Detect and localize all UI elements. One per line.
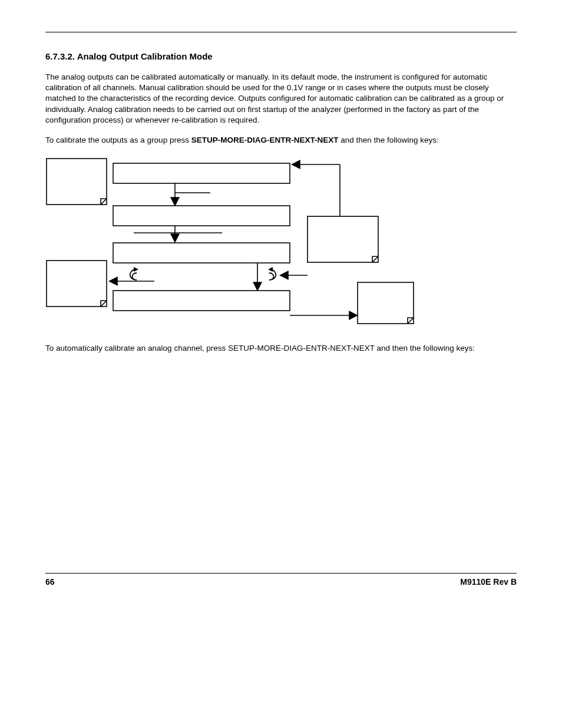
svg-rect-11: [47, 261, 107, 307]
section-title: Analog Output Calibration Mode: [77, 51, 213, 61]
svg-rect-14: [113, 291, 290, 311]
svg-rect-0: [47, 159, 107, 205]
page-number: 66: [45, 577, 55, 587]
doc-rev: M9110E Rev B: [460, 577, 517, 587]
svg-rect-9: [113, 243, 290, 263]
body-paragraph-3: To automatically calibrate an analog cha…: [45, 343, 517, 354]
body-paragraph-1: The analog outputs can be calibrated aut…: [45, 72, 517, 126]
svg-rect-5: [113, 206, 290, 226]
para2-bold: SETUP-MORE-DIAG-ENTR-NEXT-NEXT: [191, 136, 339, 144]
svg-rect-6: [308, 216, 378, 262]
section-number: 6.7.3.2.: [45, 51, 75, 61]
svg-rect-1: [113, 163, 290, 183]
svg-rect-15: [358, 282, 414, 324]
flow-diagram: [45, 157, 422, 328]
para2-pre: To calibrate the outputs as a group pres…: [45, 136, 191, 144]
section-heading: 6.7.3.2. Analog Output Calibration Mode: [45, 51, 517, 61]
para2-post: and then the following keys:: [338, 136, 438, 144]
page-footer: 66 M9110E Rev B: [45, 573, 517, 587]
body-paragraph-2: To calibrate the outputs as a group pres…: [45, 135, 517, 146]
